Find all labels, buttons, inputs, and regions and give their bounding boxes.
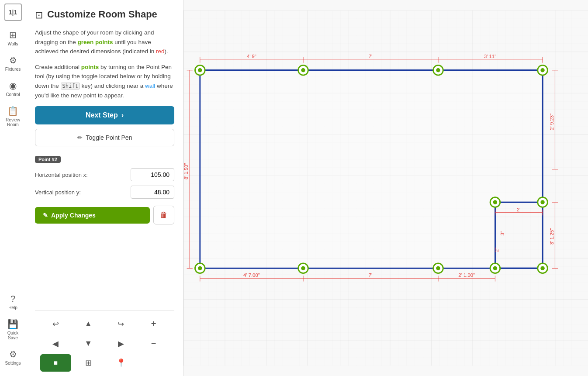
red-text: red	[156, 48, 165, 55]
point-top-mid2-inner	[436, 68, 440, 72]
point-notch-br-inner	[540, 266, 544, 270]
room-shape[interactable]	[200, 70, 543, 269]
sidebar-bottom: ? Help 💾 Quick Save ⚙ Settings	[1, 290, 25, 373]
green-points-text: green points	[78, 39, 113, 45]
sidebar-item-fixtures[interactable]: ⚙ Fixtures	[1, 52, 25, 75]
horizontal-label: Horizontal position x:	[35, 172, 88, 178]
dim-notch-v1-label: 3"	[500, 231, 505, 235]
panel-title: Customize Room Shape	[47, 9, 157, 20]
vertical-input[interactable]	[131, 186, 174, 199]
point-bot-mid1-inner	[301, 266, 305, 270]
quick-save-icon: 💾	[7, 319, 18, 329]
point-notch-tl-inner	[493, 200, 497, 204]
panel-desc-1: Adjust the shape of your room by clickin…	[35, 28, 174, 56]
pan-right-button[interactable]: ▶	[106, 335, 137, 352]
help-icon: ?	[10, 294, 15, 304]
dim-right-top-label: 2' 9.23"	[549, 114, 554, 130]
dim-bot3-label: 2' 1.00"	[458, 273, 475, 278]
review-icon: 📋	[7, 106, 18, 116]
dim-bot2-label: 7'	[369, 273, 372, 278]
trash-icon: 🗑	[160, 210, 168, 220]
point-top-left-inner	[198, 68, 202, 72]
sidebar-item-quick-save[interactable]: 💾 Quick Save	[1, 315, 25, 344]
sidebar-item-review[interactable]: 📋 Review Room	[1, 102, 25, 131]
undo-button[interactable]: ↩	[40, 315, 71, 333]
zoom-in-button[interactable]: +	[138, 315, 169, 333]
shift-key: Shift	[61, 83, 80, 90]
control-icon: ◉	[9, 80, 17, 91]
view-grid-button[interactable]: ⊞	[73, 354, 104, 372]
pan-down-button[interactable]: ▼	[73, 335, 104, 352]
zoom-out-button[interactable]: −	[138, 335, 169, 352]
horizontal-field-row: Horizontal position x:	[35, 168, 174, 181]
dim-top2-label: 7'	[369, 54, 372, 59]
next-step-button[interactable]: Next Step ›	[35, 106, 174, 124]
wall-text: wall	[145, 83, 155, 89]
canvas-area[interactable]: 4' 9" 7' 3' 11" 4' 7.00" 7' 2' 1.00" 8' …	[183, 0, 588, 376]
dim-left-label: 8' 1.50"	[183, 163, 189, 179]
point-bot-mid2-inner	[436, 266, 440, 270]
pan-up-button[interactable]: ▲	[73, 315, 104, 333]
panel-title-icon: ⊡	[35, 10, 43, 21]
points-text: points	[81, 64, 99, 70]
sidebar-item-control[interactable]: ◉ Control	[1, 77, 25, 100]
bottom-toolbar: ↩ ▲ ↪ + ◀ ▼ ▶ − ■ ⊞ 📍	[35, 310, 174, 376]
point-notch-tr-inner	[540, 200, 544, 204]
review-label: Review Room	[3, 117, 23, 127]
vertical-label: Vertical position y:	[35, 189, 81, 196]
delete-point-button[interactable]: 🗑	[153, 206, 174, 224]
vertical-field-row: Vertical position y:	[35, 186, 174, 199]
pen-icon: ✏	[77, 134, 83, 141]
point-bot-left-inner	[198, 266, 202, 270]
horizontal-input[interactable]	[131, 168, 174, 181]
view-solid-button[interactable]: ■	[40, 354, 71, 372]
room-canvas-svg[interactable]: 4' 9" 7' 3' 11" 4' 7.00" 7' 2' 1.00" 8' …	[183, 0, 588, 376]
point-top-right-inner	[540, 68, 544, 72]
sidebar-item-settings[interactable]: ⚙ Settings	[1, 345, 25, 369]
dim-top1-label: 4' 9"	[247, 54, 256, 59]
point-top-mid1-inner	[301, 68, 305, 72]
walls-icon: ⊞	[9, 30, 17, 40]
sidebar-item-walls[interactable]: ⊞ Walls	[1, 26, 25, 50]
panel-desc-2: Create additional points by turning on t…	[35, 62, 174, 100]
apply-changes-button[interactable]: ✎ Apply Changes	[35, 207, 150, 224]
dim-notch-h-label: 2'	[517, 207, 520, 212]
action-row: ✎ Apply Changes 🗑	[35, 206, 174, 224]
panel-content: ⊡ Customize Room Shape Adjust the shape …	[35, 9, 174, 310]
point-badge: Point #2	[35, 156, 61, 163]
dim-top3-label: 3' 11"	[484, 54, 496, 59]
toggle-point-pen-button[interactable]: ✏ Toggle Point Pen	[35, 129, 174, 146]
chevron-right-icon: ›	[121, 111, 124, 119]
app-logo[interactable]: 1|1	[4, 3, 22, 21]
locate-button[interactable]: 📍	[106, 354, 137, 372]
dim-notch-v2-label: 2"	[494, 248, 499, 252]
settings-icon: ⚙	[9, 349, 17, 359]
pan-left-button[interactable]: ◀	[40, 335, 71, 352]
side-panel: ⊡ Customize Room Shape Adjust the shape …	[26, 0, 183, 376]
dim-right-bot-label: 3' 1.25"	[549, 228, 554, 245]
redo-button[interactable]: ↪	[106, 315, 137, 333]
dim-bot1-label: 4' 7.00"	[243, 273, 260, 278]
panel-title-row: ⊡ Customize Room Shape	[35, 9, 174, 21]
fixtures-icon: ⚙	[9, 55, 17, 66]
apply-icon: ✎	[43, 212, 48, 219]
icon-sidebar: 1|1 ⊞ Walls ⚙ Fixtures ◉ Control 📋 Revie…	[0, 0, 26, 376]
sidebar-item-help[interactable]: ? Help	[1, 290, 25, 314]
point-bot-notch-inner	[493, 266, 497, 270]
